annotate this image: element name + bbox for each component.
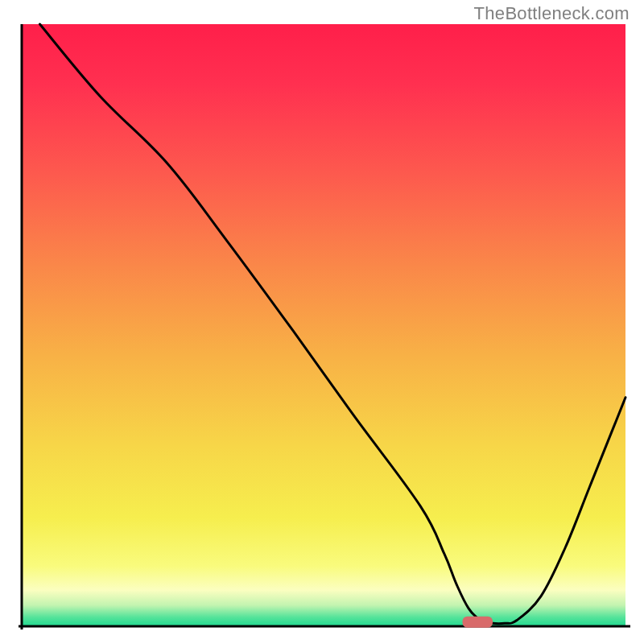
- plot-background: [22, 24, 625, 626]
- chart-svg: [0, 0, 644, 644]
- bottleneck-chart: TheBottleneck.com: [0, 0, 644, 644]
- optimal-marker: [463, 617, 493, 628]
- watermark-text: TheBottleneck.com: [474, 3, 630, 24]
